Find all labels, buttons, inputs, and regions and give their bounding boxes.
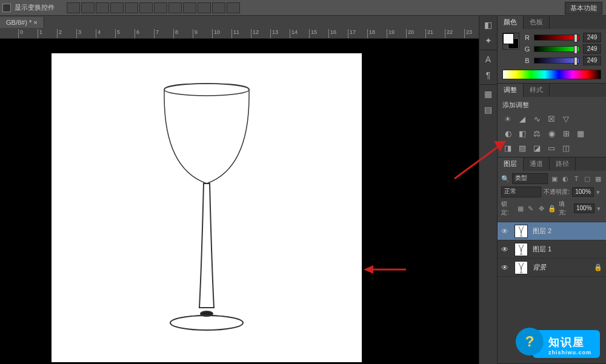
threshold-icon[interactable]: ◪ — [531, 142, 542, 153]
ruler-tick: 0 — [18, 29, 23, 39]
navigator-icon[interactable]: ✦ — [482, 34, 495, 47]
tab-adjustments[interactable]: 调整 — [498, 84, 524, 97]
color-panel: 颜色 色板 R 249 G 249 — [498, 16, 606, 84]
visibility-icon[interactable]: 👁 — [501, 245, 510, 254]
lock-transparent-icon[interactable]: ▦ — [516, 204, 524, 213]
bw-icon[interactable]: ◐ — [502, 128, 513, 139]
tab-channels[interactable]: 通道 — [524, 157, 550, 171]
ruler-tick: 10 — [212, 29, 220, 39]
layer-row[interactable]: 👁 背景 🔒 — [498, 259, 606, 277]
align-icon[interactable] — [110, 2, 124, 13]
info-icon[interactable]: ▦ — [482, 87, 495, 101]
align-icon[interactable] — [67, 2, 80, 13]
show-transform-label: 显示变换控件 — [15, 3, 55, 12]
filter-smart-icon[interactable]: ▦ — [594, 174, 602, 183]
r-value[interactable]: 249 — [583, 33, 601, 42]
character-icon[interactable]: A — [482, 53, 495, 66]
levels-icon[interactable]: ◢ — [517, 113, 528, 124]
layer-thumbnail[interactable] — [514, 243, 528, 256]
align-icon[interactable] — [212, 2, 225, 13]
tab-layers[interactable]: 图层 — [498, 157, 524, 171]
visibility-icon[interactable]: 👁 — [501, 263, 510, 272]
lock-label: 锁定: — [501, 200, 514, 217]
exposure-icon[interactable]: ☒ — [546, 113, 557, 124]
fill-value[interactable]: 100% — [574, 204, 594, 213]
b-slider[interactable] — [534, 58, 579, 64]
lock-all-icon[interactable]: 🔒 — [548, 204, 556, 213]
align-icon[interactable] — [139, 2, 153, 13]
paragraph-icon[interactable]: ¶ — [482, 68, 495, 82]
lock-icon: 🔒 — [594, 263, 602, 271]
g-value[interactable]: 249 — [583, 44, 601, 54]
align-icon[interactable] — [168, 2, 182, 13]
mixer-icon[interactable]: ⊞ — [561, 128, 571, 139]
layer-name[interactable]: 图层 1 — [533, 245, 602, 254]
align-icon[interactable] — [154, 2, 167, 13]
tab-paths[interactable]: 路径 — [550, 157, 576, 171]
ruler-tick: 17 — [348, 29, 356, 39]
color-spectrum[interactable] — [502, 70, 601, 79]
b-value[interactable]: 249 — [583, 56, 601, 65]
filter-shape-icon[interactable]: ▢ — [583, 174, 591, 183]
ruler-tick: 22 — [445, 29, 453, 39]
align-icon[interactable] — [125, 2, 138, 13]
tab-swatches[interactable]: 色板 — [524, 16, 550, 29]
layer-thumbnail[interactable] — [514, 225, 528, 238]
adjustments-panel: 调整 样式 添加调整 ☀ ◢ ∿ ☒ ▽ ◐ ◧ ⚖ ◉ ⊞ ▦ ◨ ▨ — [498, 84, 606, 157]
align-icons-group — [67, 2, 240, 13]
selective-icon[interactable]: ◫ — [561, 142, 571, 153]
opacity-label: 不透明度: — [544, 188, 570, 196]
layer-name[interactable]: 图层 2 — [533, 227, 602, 236]
align-icon[interactable] — [96, 2, 109, 13]
chevron-down-icon[interactable]: ▾ — [596, 188, 602, 196]
ruler-tick: 2 — [57, 29, 62, 39]
lock-position-icon[interactable]: ✥ — [537, 204, 545, 213]
canvas[interactable] — [52, 53, 362, 362]
workspace-selector[interactable]: 基本功能 — [565, 2, 602, 15]
opacity-value[interactable]: 100% — [572, 187, 594, 197]
watermark-title: 知识屋 — [548, 335, 591, 349]
filter-pixel-icon[interactable]: ▣ — [550, 174, 559, 183]
gradient-map-icon[interactable]: ▭ — [546, 142, 557, 153]
lock-paint-icon[interactable]: ✎ — [527, 204, 534, 213]
filter-kind-select[interactable]: 类型 — [512, 173, 548, 184]
invert-icon[interactable]: ◨ — [502, 142, 513, 153]
show-transform-checkbox[interactable] — [2, 4, 11, 12]
layer-row[interactable]: 👁 图层 1 — [498, 240, 606, 259]
lookup-icon[interactable]: ▦ — [575, 128, 586, 139]
align-icon[interactable] — [198, 2, 211, 13]
actions-icon[interactable]: ▤ — [482, 103, 495, 116]
layer-row[interactable]: 👁 图层 2 — [498, 222, 606, 240]
document-tab[interactable]: GB/8#) * × — [0, 17, 44, 28]
ruler-tick: 7 — [154, 29, 159, 39]
layer-name[interactable]: 背景 — [533, 263, 589, 272]
photo-filter-icon[interactable]: ◉ — [546, 128, 557, 139]
hue-icon[interactable]: ◧ — [517, 128, 528, 139]
tab-styles[interactable]: 样式 — [524, 84, 550, 97]
tab-color[interactable]: 颜色 — [498, 16, 524, 29]
vibrance-icon[interactable]: ▽ — [561, 113, 571, 124]
visibility-icon[interactable]: 👁 — [501, 227, 510, 236]
align-icon[interactable] — [81, 2, 95, 13]
ruler-tick: 1 — [38, 29, 42, 39]
ruler-tick: 5 — [115, 29, 120, 39]
r-slider[interactable] — [534, 35, 579, 41]
fg-bg-color-swatch[interactable] — [502, 33, 519, 50]
layer-thumbnail[interactable] — [514, 261, 528, 274]
ruler-tick: 19 — [387, 29, 395, 39]
brightness-icon[interactable]: ☀ — [502, 113, 513, 124]
blend-mode-select[interactable]: 正常 — [501, 187, 541, 197]
filter-adjust-icon[interactable]: ◐ — [561, 174, 570, 183]
g-slider[interactable] — [534, 46, 579, 52]
filter-type-icon[interactable]: T — [572, 174, 581, 183]
options-bar: 显示变换控件 基本功能 — [0, 0, 606, 16]
align-icon[interactable] — [227, 2, 240, 13]
posterize-icon[interactable]: ▨ — [517, 142, 528, 153]
chevron-down-icon[interactable]: ▾ — [597, 205, 602, 213]
balance-icon[interactable]: ⚖ — [531, 128, 542, 139]
align-icon[interactable] — [183, 2, 196, 13]
watermark: 知识屋 zhishiwu.com ? — [509, 322, 606, 364]
histogram-icon[interactable]: ◧ — [482, 18, 495, 31]
curves-icon[interactable]: ∿ — [531, 113, 542, 124]
kind-icon[interactable]: 🔍 — [501, 174, 510, 183]
